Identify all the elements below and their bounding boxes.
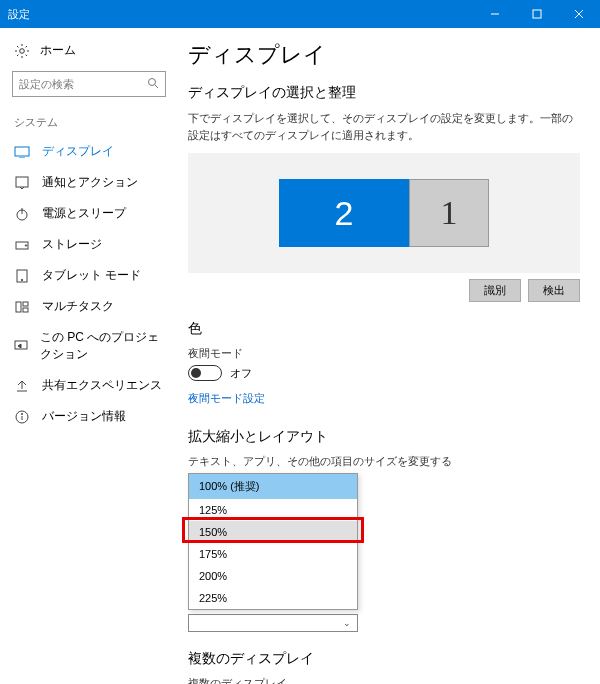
section-select-arrange-heading: ディスプレイの選択と整理 [188,84,580,102]
scale-option-200[interactable]: 200% [189,565,357,587]
svg-line-6 [155,85,158,88]
section-color-heading: 色 [188,320,580,338]
search-icon [147,77,159,91]
scale-option-125[interactable]: 125% [189,499,357,521]
sidebar-item-label: この PC へのプロジェクション [40,329,164,363]
sidebar-home[interactable]: ホーム [0,36,178,65]
page-title: ディスプレイ [188,40,580,70]
multi-label: 複数のディスプレイ [188,676,580,684]
scale-option-150[interactable]: 150% [189,521,357,543]
multitask-icon [14,299,30,315]
sidebar-item-label: ストレージ [42,236,102,253]
sidebar-item-label: マルチタスク [42,298,114,315]
svg-rect-7 [15,147,29,156]
gear-icon [14,43,30,59]
scale-option-225[interactable]: 225% [189,587,357,609]
sidebar-item-projection[interactable]: この PC へのプロジェクション [0,322,178,370]
svg-rect-9 [16,177,28,187]
close-button[interactable] [558,0,600,28]
projection-icon [14,338,28,354]
sidebar-item-label: 通知とアクション [42,174,138,191]
search-input[interactable]: 設定の検索 [12,71,166,97]
power-icon [14,206,30,222]
info-icon [14,409,30,425]
sidebar-item-label: ディスプレイ [42,143,114,160]
sidebar-item-label: 電源とスリープ [42,205,126,222]
sidebar-item-power[interactable]: 電源とスリープ [0,198,178,229]
sidebar-item-label: タブレット モード [42,267,141,284]
scale-dropdown[interactable]: 100% (推奨) 125% 150% 175% 200% 225% [188,473,358,610]
svg-point-5 [149,79,156,86]
display-arrangement-area[interactable]: 2 1 [188,153,580,273]
svg-point-4 [20,48,25,53]
minimize-button[interactable] [474,0,516,28]
title-bar: 設定 [0,0,600,28]
display-icon [14,144,30,160]
chevron-down-icon: ⌄ [343,618,351,628]
maximize-button[interactable] [516,0,558,28]
nightlight-settings-link[interactable]: 夜間モード設定 [188,391,265,406]
scale-select-collapsed[interactable]: ⌄ [188,614,358,632]
sidebar-item-notifications[interactable]: 通知とアクション [0,167,178,198]
scale-label: テキスト、アプリ、その他の項目のサイズを変更する [188,454,580,469]
svg-point-22 [21,413,22,414]
sidebar-item-display[interactable]: ディスプレイ [0,136,178,167]
sidebar-group-title: システム [0,111,178,136]
svg-point-13 [25,244,26,245]
tablet-icon [14,268,30,284]
monitor-1[interactable]: 1 [409,179,489,247]
sidebar-item-storage[interactable]: ストレージ [0,229,178,260]
section-multi-heading: 複数のディスプレイ [188,650,580,668]
sidebar-home-label: ホーム [40,42,76,59]
window-title: 設定 [8,7,474,22]
sidebar: ホーム 設定の検索 システム ディスプレイ 通知とアクション 電源とスリープ ス… [0,28,178,684]
svg-rect-17 [23,302,28,306]
storage-icon [14,237,30,253]
search-placeholder: 設定の検索 [19,77,147,92]
svg-rect-18 [23,308,28,312]
sidebar-item-tablet[interactable]: タブレット モード [0,260,178,291]
nightlight-state: オフ [230,366,252,381]
svg-rect-16 [16,302,21,312]
share-icon [14,378,30,394]
sidebar-item-shared[interactable]: 共有エクスペリエンス [0,370,178,401]
detect-button[interactable]: 検出 [528,279,580,302]
select-arrange-desc: 下でディスプレイを選択して、そのディスプレイの設定を変更します。一部の設定はすべ… [188,110,580,143]
scale-option-100[interactable]: 100% (推奨) [189,474,357,499]
sidebar-item-multitask[interactable]: マルチタスク [0,291,178,322]
svg-rect-1 [533,10,541,18]
section-scale-heading: 拡大縮小とレイアウト [188,428,580,446]
notification-icon [14,175,30,191]
nightlight-label: 夜間モード [188,346,580,361]
nightlight-toggle[interactable] [188,365,222,381]
main-content: ディスプレイ ディスプレイの選択と整理 下でディスプレイを選択して、そのディスプ… [178,28,600,684]
svg-point-15 [21,279,22,280]
sidebar-item-label: バージョン情報 [42,408,126,425]
monitor-2[interactable]: 2 [279,179,409,247]
sidebar-item-label: 共有エクスペリエンス [42,377,162,394]
scale-option-175[interactable]: 175% [189,543,357,565]
sidebar-item-about[interactable]: バージョン情報 [0,401,178,432]
identify-button[interactable]: 識別 [469,279,521,302]
